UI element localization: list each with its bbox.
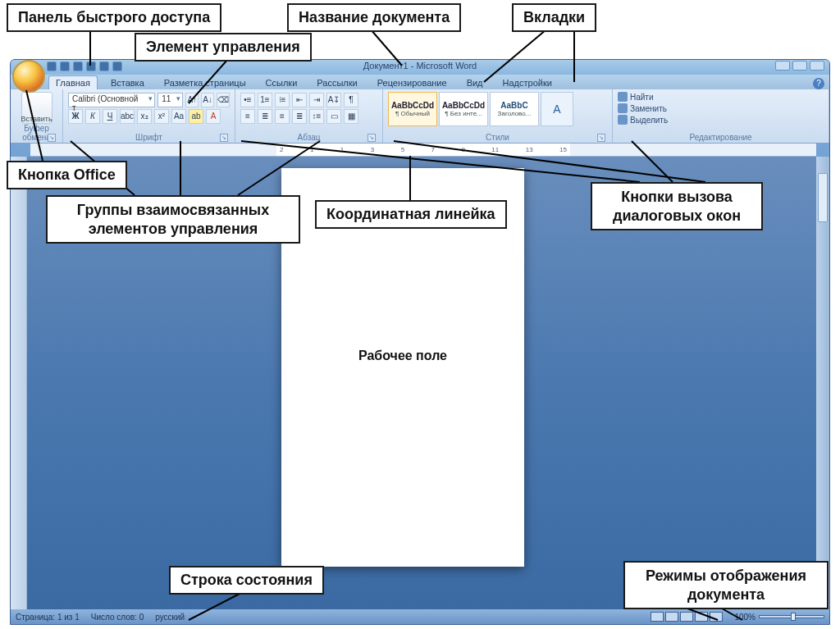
find-icon — [618, 92, 628, 102]
replace-button[interactable]: Заменить — [618, 103, 824, 113]
tab-references[interactable]: Ссылки — [259, 76, 304, 89]
tab-addins[interactable]: Надстройки — [496, 76, 559, 89]
tab-home[interactable]: Главная — [48, 75, 98, 89]
help-icon[interactable]: ? — [813, 78, 824, 89]
style-preview: AaBbCcDd — [391, 101, 434, 110]
multilevel-icon[interactable]: ⁝≡ — [275, 93, 290, 107]
callout-tabs: Вкладки — [512, 3, 596, 32]
status-language[interactable]: русский — [155, 613, 185, 622]
callout-office-button: Кнопка Office — [7, 161, 127, 189]
view-mode-buttons — [651, 612, 723, 622]
view-print-layout[interactable] — [651, 612, 664, 622]
ribbon-tabs: Главная Вставка Разметка страницы Ссылки… — [11, 75, 829, 89]
underline-icon[interactable]: Ч — [103, 109, 117, 124]
horizontal-ruler[interactable]: 2 1 1 3 5 7 9 11 13 15 — [30, 144, 816, 157]
minimize-button[interactable] — [775, 61, 790, 71]
tab-page-layout[interactable]: Разметка страницы — [158, 76, 253, 89]
callout-dialog-launchers: Кнопки вызова диалоговых окон — [591, 182, 763, 230]
dialog-launcher-styles[interactable]: ↘ — [597, 134, 605, 142]
tab-mailings[interactable]: Рассылки — [310, 76, 363, 89]
change-styles-icon: A — [553, 103, 560, 116]
word-window: Документ1 - Microsoft Word Главная Встав… — [10, 59, 830, 625]
status-page[interactable]: Страница: 1 из 1 — [16, 613, 80, 622]
case-icon[interactable]: Aa — [171, 109, 186, 124]
close-button[interactable] — [810, 61, 824, 71]
font-name-combo[interactable]: Calibri (Основной т — [68, 93, 155, 107]
grow-font-icon[interactable]: A↑ — [185, 93, 199, 107]
dialog-launcher-paragraph[interactable]: ↘ — [368, 134, 376, 142]
clear-format-icon[interactable]: ⌫ — [217, 93, 230, 107]
tab-view[interactable]: Вид — [460, 76, 490, 89]
ruler-tick: 15 — [559, 146, 567, 153]
shrink-font-icon[interactable]: A↓ — [201, 93, 214, 107]
view-outline[interactable] — [695, 612, 708, 622]
callout-qat: Панель быстрого доступа — [7, 3, 221, 32]
find-button[interactable]: Найти — [618, 92, 824, 102]
numbering-icon[interactable]: 1≡ — [258, 93, 272, 107]
paste-button[interactable]: Вставить — [21, 92, 52, 124]
sort-icon[interactable]: A↧ — [326, 93, 341, 107]
line-spacing-icon[interactable]: ↕≡ — [309, 109, 324, 124]
style-name: Заголово... — [498, 110, 532, 117]
replace-icon — [618, 103, 628, 113]
style-normal[interactable]: AaBbCcDd ¶ Обычный — [388, 92, 437, 126]
superscript-icon[interactable]: x² — [154, 109, 169, 124]
zoom-slider[interactable] — [759, 615, 824, 618]
ruler-tick: 3 — [371, 146, 374, 153]
group-paragraph: •≡ 1≡ ⁝≡ ⇤ ⇥ A↧ ¶ ≡ ≣ ≡ ≣ ↕≡ ▭ ▦ — [235, 89, 383, 143]
callout-view-modes: Режимы отображения документа — [623, 561, 829, 609]
font-color-icon[interactable]: A — [206, 109, 221, 124]
shading-icon[interactable]: ▭ — [326, 109, 341, 124]
ruler-tick: 1 — [340, 146, 344, 153]
bullets-icon[interactable]: •≡ — [240, 93, 255, 107]
group-label-editing: Редактирование — [618, 133, 824, 143]
group-editing: Найти Заменить Выделить Редактирование — [613, 89, 829, 143]
ruler-tick: 11 — [491, 146, 499, 153]
status-words[interactable]: Число слов: 0 — [91, 613, 144, 622]
group-font: Calibri (Основной т 11 A↑ A↓ ⌫ Ж К Ч abc… — [63, 89, 235, 143]
align-center-icon[interactable]: ≣ — [258, 109, 272, 124]
zoom-control: 100% — [734, 613, 824, 622]
select-button[interactable]: Выделить — [618, 115, 824, 125]
align-right-icon[interactable]: ≡ — [275, 109, 290, 124]
zoom-value[interactable]: 100% — [734, 613, 756, 622]
vertical-ruler[interactable] — [11, 157, 27, 609]
ruler-tick: 13 — [526, 146, 533, 153]
indent-inc-icon[interactable]: ⇥ — [309, 93, 324, 107]
style-heading[interactable]: AaBbC Заголово... — [490, 92, 539, 126]
subscript-icon[interactable]: x₂ — [137, 109, 152, 124]
maximize-button[interactable] — [792, 61, 807, 71]
highlight-icon[interactable]: ab — [189, 109, 203, 124]
scrollbar-thumb[interactable] — [818, 173, 828, 222]
vertical-scrollbar[interactable] — [816, 157, 829, 609]
strike-icon[interactable]: abc — [120, 109, 135, 124]
italic-icon[interactable]: К — [85, 109, 100, 124]
dialog-launcher-clipboard[interactable]: ↘ — [48, 134, 56, 142]
view-draft[interactable] — [710, 612, 723, 622]
window-controls — [775, 61, 824, 71]
office-button[interactable] — [12, 60, 45, 93]
view-fullscreen[interactable] — [665, 612, 678, 622]
dialog-launcher-font[interactable]: ↘ — [220, 134, 228, 142]
view-web[interactable] — [680, 612, 693, 622]
style-nospacing[interactable]: AaBbCcDd ¶ Без инте... — [439, 92, 488, 126]
zoom-thumb[interactable] — [791, 613, 796, 621]
style-name: ¶ Без инте... — [445, 110, 482, 117]
group-label-clipboard: Буфер обмена ↘ — [16, 124, 57, 143]
group-label-paragraph: Абзац ↘ — [240, 133, 377, 143]
find-label: Найти — [630, 93, 654, 102]
group-styles: AaBbCcDd ¶ Обычный AaBbCcDd ¶ Без инте..… — [383, 89, 613, 143]
style-preview: AaBbC — [500, 101, 527, 110]
borders-icon[interactable]: ▦ — [344, 109, 358, 124]
tab-review[interactable]: Рецензирование — [371, 76, 454, 89]
tab-insert[interactable]: Вставка — [104, 76, 151, 89]
justify-icon[interactable]: ≣ — [292, 109, 307, 124]
callout-statusbar: Строка состояния — [169, 566, 324, 595]
align-left-icon[interactable]: ≡ — [240, 109, 255, 124]
ruler-tick: 5 — [401, 146, 404, 153]
indent-dec-icon[interactable]: ⇤ — [292, 93, 307, 107]
ribbon: Вставить Буфер обмена ↘ Calibri (Основно… — [11, 89, 829, 144]
change-styles-button[interactable]: A — [541, 92, 573, 126]
font-size-combo[interactable]: 11 — [158, 93, 183, 107]
show-marks-icon[interactable]: ¶ — [344, 93, 358, 107]
